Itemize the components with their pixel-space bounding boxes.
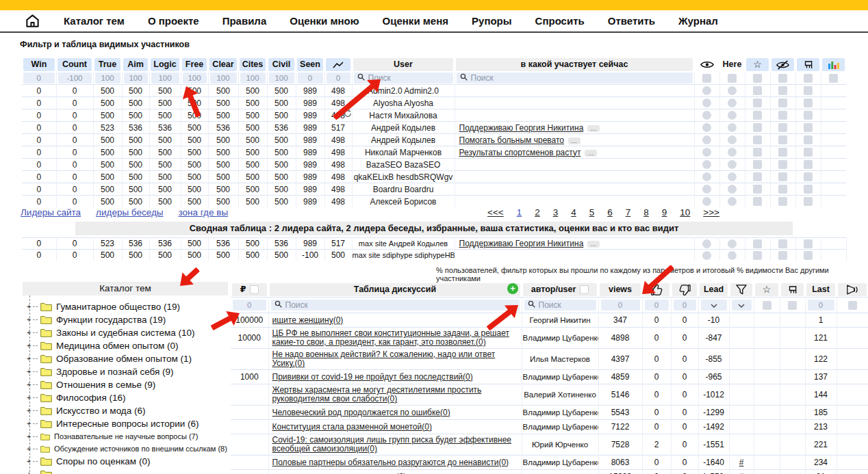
tree-expand-toggle[interactable]: + — [27, 434, 33, 440]
row-radio[interactable] — [728, 111, 737, 120]
row-checkbox[interactable] — [753, 185, 762, 194]
column-header-views[interactable]: views — [600, 283, 641, 296]
user-search-input[interactable]: Поиск — [354, 73, 453, 83]
column-header-clear[interactable]: Clear — [209, 58, 237, 71]
catalog-item[interactable]: +Споры по оценкам (0) — [23, 455, 228, 468]
row-checkbox[interactable] — [778, 135, 787, 144]
dog-filter-checkbox[interactable] — [788, 301, 797, 310]
price-filter[interactable]: 0 — [233, 300, 266, 311]
home-icon[interactable] — [25, 13, 40, 29]
author-search-input[interactable]: Поиск — [524, 300, 596, 311]
nav-item-О проекте[interactable]: О проекте — [148, 15, 199, 27]
discussion-author[interactable]: Валерий Хотиненко — [522, 384, 598, 406]
discussion-title-link[interactable]: ищите женщину(0) — [272, 315, 344, 325]
catalog-item[interactable]: +Познавательные не научные вопросы (7) — [23, 430, 228, 443]
tree-expand-toggle[interactable]: + — [27, 471, 33, 474]
tree-expand-toggle[interactable]: + — [27, 458, 33, 464]
filter-value-7[interactable]: 100 — [240, 73, 266, 83]
row-checkbox[interactable] — [804, 135, 813, 144]
dog-icon[interactable] — [797, 58, 819, 71]
nav-item-Ответить[interactable]: Ответить — [608, 15, 655, 27]
tree-expand-toggle[interactable]: + — [27, 304, 33, 310]
row-checkbox[interactable] — [804, 251, 813, 260]
row-radio[interactable] — [728, 239, 737, 248]
add-discussion-button[interactable]: + — [507, 283, 518, 294]
filter-value-0[interactable]: 0 — [23, 73, 55, 83]
page-8[interactable]: 8 — [643, 207, 649, 218]
filter-value-1[interactable]: -100 — [58, 73, 92, 83]
leader-link[interactable]: Лидеры сайта — [21, 207, 81, 218]
row-radio[interactable] — [702, 86, 711, 95]
row-radio[interactable] — [728, 185, 737, 194]
page-2[interactable]: 2 — [535, 207, 540, 218]
discussion-title-link[interactable]: Covid-19: самоизоляция лишь групп риска … — [272, 435, 512, 453]
nav-item-Правила[interactable]: Правила — [222, 15, 267, 27]
discussion-title-link[interactable]: Прививки от covid-19 не пройдут без посл… — [272, 372, 473, 382]
sparkline-icon[interactable] — [326, 58, 350, 71]
page-1[interactable]: 1 — [517, 207, 522, 218]
filter-checkbox[interactable] — [702, 74, 711, 83]
star-icon[interactable]: ☆ — [755, 283, 778, 296]
lead-filter-dropdown[interactable] — [701, 300, 727, 311]
thumb-up-icon[interactable] — [643, 283, 669, 296]
column-header-logic[interactable]: Logic — [151, 58, 179, 71]
member-name[interactable]: Андрей Кодылев — [352, 122, 455, 134]
star-icon[interactable]: ☆ — [746, 58, 769, 71]
discussion-author[interactable]: Юрий Юрченко — [522, 434, 598, 456]
catalog-item[interactable]: +Интересные вопросы истории (6) — [23, 417, 228, 430]
tree-expand-toggle[interactable]: + — [27, 421, 33, 427]
row-checkbox[interactable] — [778, 148, 787, 157]
filter-value-5[interactable]: 100 — [183, 73, 207, 83]
megaphone-filter-checkbox[interactable] — [848, 301, 857, 310]
member-name[interactable]: Андрей Кодылев — [352, 134, 455, 146]
discussion-author[interactable]: Илья Мастерков — [522, 349, 598, 370]
row-checkbox[interactable] — [804, 160, 813, 169]
column-header-lead[interactable]: Lead — [700, 283, 728, 296]
row-checkbox[interactable] — [778, 98, 787, 107]
more-ellipsis-button[interactable]: … — [587, 241, 600, 248]
tree-expand-toggle[interactable]: + — [27, 356, 33, 362]
row-radio[interactable] — [728, 148, 737, 157]
row-checkbox[interactable] — [804, 197, 813, 206]
catalog-item[interactable]: +Законы и судебная система (10) — [23, 326, 228, 339]
discussion-author[interactable]: Владимир Цубаренко — [522, 328, 598, 349]
row-radio[interactable] — [702, 251, 711, 260]
column-header-seen[interactable]: Seen — [297, 58, 323, 71]
row-checkbox[interactable] — [753, 86, 762, 95]
catalog-item[interactable]: +Отношения в семье (9) — [23, 378, 228, 391]
catalog-item[interactable]: + — [23, 468, 228, 474]
discussion-author[interactable]: Владимир Цубаренко — [522, 420, 598, 434]
thumb-down-icon[interactable] — [672, 283, 697, 296]
page-7[interactable]: 7 — [626, 207, 631, 218]
catalog-item[interactable]: +Медицина обмен опытом (0) — [23, 339, 228, 352]
row-checkbox[interactable] — [778, 86, 787, 95]
leader-link[interactable]: лидеры беседы — [96, 207, 163, 218]
row-checkbox[interactable] — [778, 185, 787, 194]
column-header-win[interactable]: Win — [23, 58, 55, 71]
filter-checkbox[interactable] — [778, 74, 787, 83]
row-radio[interactable] — [702, 239, 711, 248]
tree-expand-toggle[interactable]: + — [27, 343, 33, 349]
filter-value-9[interactable]: 0 — [298, 73, 323, 83]
column-header-true[interactable]: True — [94, 58, 120, 71]
tree-expand-toggle[interactable]: + — [27, 369, 33, 375]
row-checkbox[interactable] — [753, 111, 762, 120]
row-radio[interactable] — [702, 148, 711, 157]
leader-link[interactable]: зона где вы — [179, 207, 229, 218]
row-checkbox[interactable] — [753, 123, 762, 132]
refresh-icon[interactable] — [344, 108, 352, 120]
row-radio[interactable] — [702, 185, 711, 194]
column-header-count[interactable]: Count — [58, 58, 92, 71]
filter-value-8[interactable]: 100 — [269, 73, 294, 83]
column-header-cites[interactable]: Cites — [240, 58, 266, 71]
filter-checkbox[interactable] — [753, 74, 762, 83]
catalog-item[interactable]: +Обсуждение источников по внешним ссылка… — [23, 443, 228, 455]
discussion-author[interactable]: Владимир Цубаренко — [522, 370, 598, 384]
row-checkbox[interactable] — [778, 197, 787, 206]
row-radio[interactable] — [702, 135, 711, 144]
row-checkbox[interactable] — [804, 172, 813, 181]
filter-checkbox[interactable] — [829, 74, 838, 83]
row-checkbox[interactable] — [778, 160, 787, 169]
row-checkbox[interactable] — [753, 148, 762, 157]
participate-search-input[interactable]: Поиск — [457, 73, 693, 83]
